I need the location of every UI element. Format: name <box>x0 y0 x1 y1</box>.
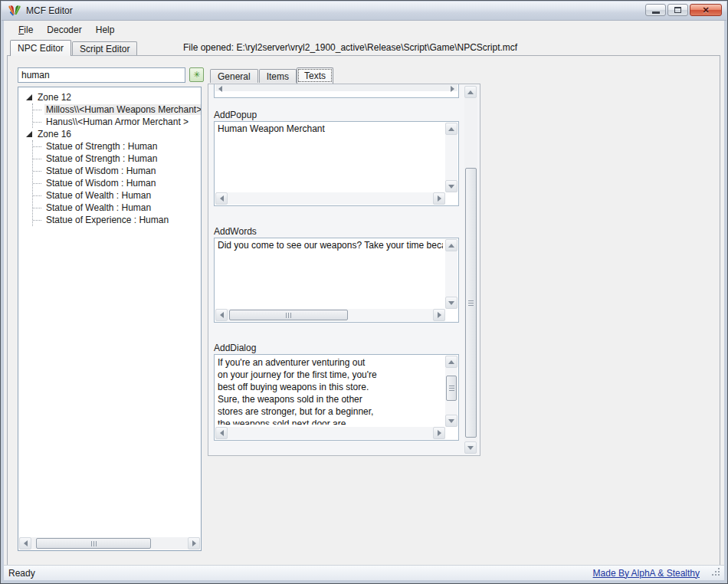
arrow-up-icon <box>448 360 454 364</box>
arrow-right-icon <box>438 430 441 436</box>
arrow-up-icon <box>448 127 454 131</box>
tree-item[interactable]: Statue of Strength : Human <box>33 140 201 153</box>
menu-bar: File Decoder Help <box>4 21 724 38</box>
title-bar[interactable]: MCF Editor ✕ <box>2 2 726 21</box>
addwords-textarea[interactable]: Did you come to see our weapons? Take yo… <box>214 238 459 323</box>
status-bar: Ready Made By AlphA & Stealthy <box>4 565 724 580</box>
tree-item-label: Statue of Wealth : Human <box>44 190 152 201</box>
panel-vertical-scrollbar[interactable] <box>464 86 477 454</box>
arrow-left-icon <box>220 312 224 318</box>
app-butterfly-icon[interactable] <box>8 5 21 17</box>
menu-file[interactable]: File <box>11 22 40 38</box>
tree-item[interactable]: Statue of Wealth : Human <box>33 189 201 202</box>
tab-general[interactable]: General <box>210 69 258 83</box>
tree-expanded-icon[interactable] <box>26 94 32 100</box>
tree-item[interactable]: Statue of Strength : Human <box>33 153 201 165</box>
adddialog-textarea[interactable]: If you're an adventurer venturing out on… <box>214 354 459 441</box>
credit-link[interactable]: Made By AlphA & Stealthy <box>593 568 700 579</box>
arrow-right-icon <box>438 312 441 318</box>
close-button[interactable]: ✕ <box>690 4 722 16</box>
tree-node-label: Zone 16 <box>38 129 71 139</box>
adddialog-scroll-thumb[interactable] <box>446 376 457 401</box>
tree-item[interactable]: Statue of Wisdom : Human <box>33 177 201 189</box>
tab-npc-editor[interactable]: NPC Editor <box>10 40 71 56</box>
scroll-up-button[interactable] <box>445 239 457 251</box>
addwords-hscrollbar[interactable] <box>215 309 445 321</box>
panel-scroll-thumb[interactable] <box>465 168 477 438</box>
tab-texts[interactable]: Texts <box>297 67 333 84</box>
tree-item-label: Statue of Wisdom : Human <box>44 166 157 176</box>
tree-horizontal-scrollbar[interactable] <box>19 537 200 550</box>
adddialog-hscrollbar[interactable] <box>215 427 445 439</box>
arrow-right-icon <box>438 195 441 202</box>
tab-items[interactable]: Items <box>259 69 297 83</box>
scroll-right-button[interactable] <box>188 537 200 550</box>
arrow-left-icon <box>24 540 28 546</box>
scroll-left-button[interactable] <box>215 309 228 321</box>
tree-scroll-thumb[interactable] <box>36 538 151 549</box>
resize-grip-icon[interactable] <box>710 566 721 577</box>
addpopup-label: AddPopup <box>214 110 257 120</box>
scroll-down-button[interactable] <box>464 441 477 454</box>
tree-item-label: Milloss\\<Human Weapons Merchant> <box>44 104 202 115</box>
arrow-left-icon <box>220 430 224 436</box>
arrow-down-icon <box>467 446 474 450</box>
tree-expanded-icon[interactable] <box>26 131 32 137</box>
maximize-button[interactable] <box>667 4 688 16</box>
thumb-grip-icon <box>91 541 97 546</box>
adddialog-text: If you're an adventurer venturing out on… <box>218 356 443 425</box>
tree-item[interactable]: Statue of Wisdom : Human <box>33 165 201 177</box>
adddialog-vscrollbar[interactable] <box>445 356 457 427</box>
scroll-left-button[interactable] <box>19 537 31 550</box>
status-text: Ready <box>8 568 35 579</box>
scroll-down-button[interactable] <box>445 415 457 427</box>
arrow-right-icon <box>192 540 196 546</box>
tree-item[interactable]: Milloss\\<Human Weapons Merchant> <box>33 103 201 116</box>
tree-item-label: Statue of Wisdom : Human <box>44 178 157 189</box>
arrow-down-icon <box>448 185 454 189</box>
editor-tab-strip: General Items Texts <box>209 67 333 83</box>
addpopup-text: Human Weapon Merchant <box>218 123 443 190</box>
tree-node-zone[interactable]: Zone 12 <box>18 91 201 103</box>
addwords-scroll-thumb[interactable] <box>229 310 348 320</box>
scroll-up-button[interactable] <box>445 356 457 368</box>
npc-tree[interactable]: Zone 12Milloss\\<Human Weapons Merchant>… <box>18 87 202 551</box>
search-input[interactable] <box>18 67 185 83</box>
tree-item[interactable]: Hanus\\<Human Armor Merchant > <box>33 116 201 128</box>
minimize-icon <box>652 11 660 14</box>
thumb-grip-icon <box>449 386 454 391</box>
maximize-icon <box>674 7 681 13</box>
scroll-right-button[interactable] <box>433 192 445 205</box>
addwords-label: AddWords <box>214 226 257 237</box>
tree-item[interactable]: Statue of Wealth : Human <box>33 202 201 214</box>
minimize-button[interactable] <box>645 4 666 16</box>
scroll-right-button[interactable] <box>433 309 445 321</box>
tab-script-editor[interactable]: Script Editor <box>72 41 137 55</box>
menu-decoder[interactable]: Decoder <box>40 22 88 38</box>
scroll-down-button[interactable] <box>445 297 457 309</box>
scroll-up-button[interactable] <box>464 86 477 98</box>
tree-item-label: Statue of Experience : Human <box>44 215 170 225</box>
window-title: MCF Editor <box>26 5 73 16</box>
tree-item[interactable]: Statue of Experience : Human <box>33 214 201 226</box>
addwords-vscrollbar[interactable] <box>445 239 457 309</box>
addpopup-textarea[interactable]: Human Weapon Merchant <box>214 121 459 206</box>
tree-node-zone[interactable]: Zone 16 <box>18 128 201 140</box>
scroll-right-button[interactable] <box>433 427 445 439</box>
addpopup-vscrollbar[interactable] <box>445 123 457 192</box>
clipped-textbox[interactable] <box>214 84 459 98</box>
arrow-down-icon <box>448 419 454 423</box>
scroll-left-button[interactable] <box>215 427 228 439</box>
search-button[interactable]: ✳ <box>189 67 204 82</box>
search-burst-icon: ✳ <box>193 71 200 79</box>
thumb-grip-icon <box>468 300 474 306</box>
close-icon: ✕ <box>702 6 709 15</box>
thumb-grip-icon <box>286 313 291 318</box>
addpopup-hscrollbar[interactable] <box>215 192 445 205</box>
scroll-left-button[interactable] <box>215 192 228 205</box>
arrow-right-icon <box>451 86 454 92</box>
scroll-down-button[interactable] <box>445 180 457 192</box>
menu-help[interactable]: Help <box>89 22 122 38</box>
tree-item-label: Statue of Strength : Human <box>44 141 159 152</box>
scroll-up-button[interactable] <box>445 123 457 135</box>
